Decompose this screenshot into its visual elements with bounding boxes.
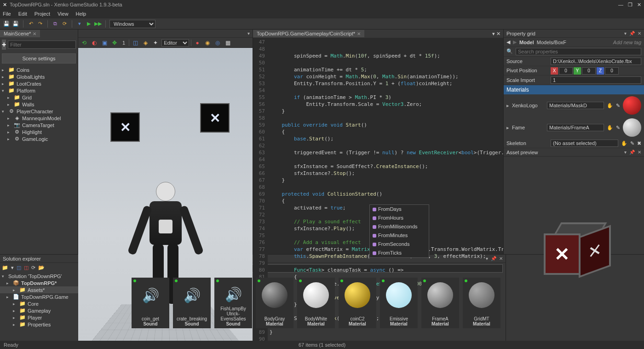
- source-value[interactable]: D:\Xenko\..\Models\XenkoCrate.fbx: [551, 58, 641, 65]
- folder-icon[interactable]: 📁: [2, 265, 8, 271]
- menu-view[interactable]: View: [58, 11, 69, 17]
- build-icon[interactable]: ▾: [76, 20, 83, 28]
- sphere-icon[interactable]: ◎: [213, 39, 222, 47]
- scene-tree-item[interactable]: ▸◈MannequinModel: [0, 115, 78, 122]
- add-tag-link[interactable]: Add new tag: [613, 40, 641, 45]
- crate-entity[interactable]: ✕: [110, 112, 140, 142]
- close-icon[interactable]: ✕: [33, 31, 36, 36]
- pin-icon[interactable]: 📌: [629, 31, 635, 36]
- close-panel-icon[interactable]: ✕: [496, 31, 500, 36]
- scene-tree-item[interactable]: ▸📷CameraTarget: [0, 122, 78, 128]
- refresh-icon[interactable]: ⟳: [31, 265, 35, 271]
- dropdown-icon[interactable]: ▾: [247, 31, 250, 36]
- add2-icon[interactable]: ◫: [24, 265, 29, 271]
- render-icon[interactable]: ●: [193, 39, 201, 47]
- close-icon[interactable]: ✕: [357, 31, 361, 36]
- menu-edit[interactable]: Edit: [18, 11, 27, 17]
- asset-card[interactable]: 🔊crate_breakingSound: [173, 278, 211, 328]
- material-value[interactable]: Materials/MaskD: [547, 102, 604, 109]
- open-ide-icon[interactable]: ⧉: [52, 20, 59, 28]
- collapse-icon[interactable]: ▾: [11, 265, 14, 271]
- maximize-icon[interactable]: ❐: [628, 2, 632, 8]
- save-all-icon[interactable]: 💾: [12, 20, 19, 28]
- intellisense-item[interactable]: FromDays: [370, 205, 429, 214]
- crate-entity[interactable]: ✕: [200, 103, 230, 133]
- pivot-y-input[interactable]: [582, 67, 596, 75]
- sync-icon[interactable]: ⟲: [80, 39, 88, 47]
- asset-card[interactable]: EmissiveMaterial: [380, 278, 418, 328]
- pivot-x-input[interactable]: [559, 67, 573, 75]
- play-debug-icon[interactable]: ▶▶: [94, 20, 102, 28]
- hand-icon[interactable]: ✋: [607, 125, 613, 131]
- menu-help[interactable]: Help: [76, 11, 86, 17]
- intellisense-item[interactable]: FromTicks: [370, 249, 429, 257]
- scene-tree-item[interactable]: ▸⚙Highlight: [0, 128, 78, 135]
- menu-file[interactable]: File: [3, 11, 11, 17]
- scene-tree-item[interactable]: ▾⚙PlayerCharacter: [0, 108, 78, 115]
- asset-card[interactable]: BodyWhiteMaterial: [297, 278, 335, 328]
- asset-card[interactable]: 🔊coin_getSound: [132, 278, 169, 328]
- intellisense-item[interactable]: FromHours: [370, 214, 429, 222]
- dropdown-icon[interactable]: ▾: [624, 31, 627, 36]
- play-icon[interactable]: ▶: [85, 20, 92, 28]
- material-row[interactable]: ▸ Fame Materials/FrameA ✋ ✎: [504, 116, 644, 139]
- asset-card[interactable]: FrameAMaterial: [421, 278, 459, 328]
- scene-tree-item[interactable]: ▸📁LootCrates: [0, 80, 78, 87]
- property-search-input[interactable]: [516, 48, 641, 55]
- edit-icon[interactable]: ✎: [616, 103, 620, 109]
- scene-settings-button[interactable]: Scene settings: [2, 53, 76, 64]
- close-icon[interactable]: ✕: [637, 2, 641, 8]
- asset-card[interactable]: GridMTMaterial: [463, 278, 500, 328]
- save-icon[interactable]: 💾: [3, 20, 10, 28]
- pin-icon[interactable]: 📌: [629, 150, 635, 155]
- viewport-mode-select[interactable]: Editor: [161, 39, 189, 47]
- intellisense-item[interactable]: FromSeconds: [370, 240, 429, 249]
- intellisense-popup[interactable]: FromDaysFromHoursFromMillisecondsFromMin…: [369, 204, 429, 258]
- material-value[interactable]: Materials/FrameA: [547, 124, 604, 131]
- back-icon[interactable]: ◀: [506, 39, 510, 45]
- open-folder-icon[interactable]: 📂: [38, 265, 45, 271]
- skeleton-value[interactable]: (No asset selected): [551, 140, 618, 147]
- add-entity-button[interactable]: +: [2, 40, 6, 50]
- gizmo-icon[interactable]: ✥: [110, 39, 119, 47]
- scale-value[interactable]: 1: [551, 76, 641, 84]
- close-icon[interactable]: ✕: [638, 31, 641, 36]
- scene-tab[interactable]: MainScene* ✕: [0, 30, 40, 37]
- globe-icon[interactable]: ◉: [203, 39, 212, 47]
- dropdown-icon[interactable]: ▾: [492, 31, 495, 36]
- intellisense-item[interactable]: FromMinutes: [370, 231, 429, 240]
- minimize-icon[interactable]: —: [618, 2, 623, 8]
- close-icon[interactable]: ✕: [638, 150, 641, 155]
- redo-icon[interactable]: ↷: [36, 20, 44, 28]
- camera-icon[interactable]: ▣: [100, 39, 109, 47]
- light-icon[interactable]: ◐: [90, 39, 98, 47]
- scene-tree-item[interactable]: ▾📁Platform: [0, 87, 78, 94]
- dropdown-icon[interactable]: ▾: [624, 150, 627, 155]
- scene-tree-item[interactable]: ▸⚙GameLogic: [0, 135, 78, 142]
- reload-icon[interactable]: ⟳: [61, 20, 68, 28]
- hand-icon[interactable]: ✋: [607, 103, 613, 109]
- scene-tree-item[interactable]: ▸📁Coins: [0, 66, 78, 73]
- asset-card[interactable]: BodyGrayMaterial: [256, 278, 293, 328]
- intellisense-item[interactable]: FromMilliseconds: [370, 222, 429, 231]
- edit-icon[interactable]: ✎: [616, 125, 620, 131]
- scene-filter-input[interactable]: [8, 41, 76, 49]
- scene-tree-item[interactable]: ▸📁Grid: [0, 94, 78, 101]
- asset-card[interactable]: coinC2Material: [339, 278, 376, 328]
- particle-icon[interactable]: ✦: [151, 39, 160, 47]
- edit-icon[interactable]: ✎: [630, 140, 634, 146]
- hand-icon[interactable]: ✋: [621, 140, 627, 146]
- cube-icon[interactable]: ◫: [131, 39, 139, 47]
- material-row[interactable]: ▸ XenkoLogo Materials/MaskD ✋ ✎: [504, 94, 644, 116]
- model-icon[interactable]: ◈: [141, 39, 150, 47]
- wireframe-icon[interactable]: ▦: [224, 39, 232, 47]
- undo-icon[interactable]: ↶: [27, 20, 34, 28]
- scene-tree-item[interactable]: ▸📁GlobalLights: [0, 73, 78, 80]
- forward-icon[interactable]: ▶: [513, 39, 517, 45]
- platform-select[interactable]: Windows: [109, 20, 155, 28]
- scene-tree-item[interactable]: ▸📁Walls: [0, 101, 78, 108]
- asset-card[interactable]: 🔊FishLampBy Ulrick-EvensSaliesSound: [214, 278, 252, 328]
- code-tab[interactable]: TopDownRPG.Game/Gameplay/CoinScript* ✕: [253, 30, 364, 37]
- clear-icon[interactable]: ✖: [637, 140, 641, 146]
- pivot-z-input[interactable]: [605, 67, 619, 75]
